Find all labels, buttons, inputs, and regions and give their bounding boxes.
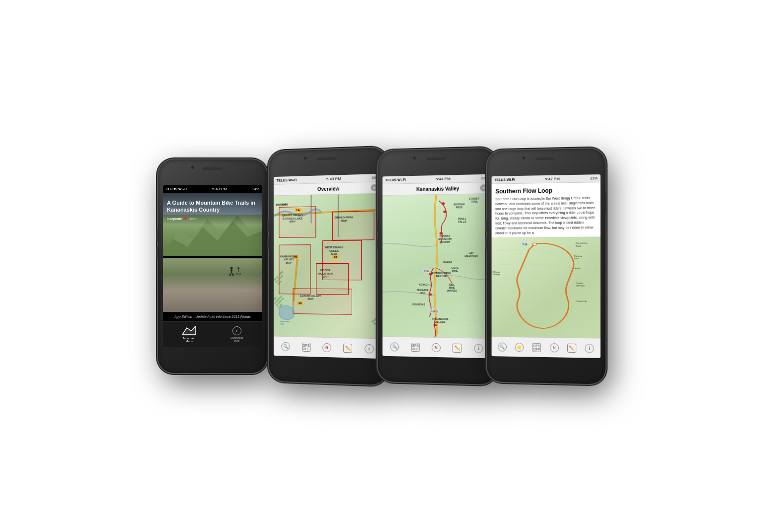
search-icon-4: 🔍 [498, 342, 507, 351]
phone-camera [191, 165, 195, 169]
map-label-sibald: SIBALD AREAMAP [334, 216, 353, 223]
map-label-elbow: ELBOW VALLEYMAP [300, 294, 321, 301]
vol-down-button[interactable] [156, 246, 158, 259]
compass-icon: N [322, 343, 331, 352]
map-toolbar-3: 🔍 GPSOFF N ✏️ i [382, 336, 491, 358]
time-4: 5:47 PM [545, 176, 560, 181]
gps-btn[interactable]: GPSOFF [302, 342, 310, 351]
svg-text:Turkey: Turkey [574, 255, 583, 257]
battery-4: 21% [590, 176, 597, 180]
info-btn-3[interactable]: i [474, 343, 483, 353]
rider-figures [228, 266, 242, 276]
trail-detail-map[interactable]: Boundary Trail Turkey Trot Elbow Elbow V… [492, 236, 601, 338]
map-label-quaite: QUAITE VALLEYBARRIER LAKEMAP [282, 214, 303, 224]
info-btn-4[interactable]: i [585, 343, 594, 352]
overview-map-bg: onmore 1A 40 68 40 [274, 193, 382, 338]
nav-mountain-maps[interactable]: Mountain Maps [182, 326, 196, 343]
bottom-nav-1[interactable]: Mountain Maps i Overview Info [163, 321, 262, 347]
compass-btn[interactable]: N [322, 343, 331, 352]
svg-text:Valley: Valley [493, 274, 500, 276]
phone2-vol1[interactable] [267, 220, 269, 232]
phone3-vol2[interactable] [376, 236, 378, 249]
valley-label-nakska: NakskaMountainResort [438, 234, 452, 243]
svg-point-16 [442, 202, 445, 205]
status-bar-1: TELUS Wi-Fi 5:43 PM 24% [163, 185, 262, 193]
phone-2: TELUS Wi-Fi 5:43 PM 24% Overview × onmor… [269, 147, 387, 385]
phone4-power[interactable] [606, 193, 607, 214]
trail-map-bg: Boundary Trail Turkey Trot Elbow Elbow V… [492, 236, 601, 338]
phone4-vol1[interactable] [485, 220, 487, 232]
star-btn-4[interactable]: ⭐ [515, 342, 524, 351]
valley-map-bg: P🏕️ P🏕️⛽ SkoganPass StoneyTrail TrollFal… [382, 194, 491, 338]
phone2-vol2[interactable] [267, 237, 269, 249]
search-btn-3[interactable]: 🔍 [390, 342, 399, 351]
svg-text:Prairie: Prairie [576, 282, 584, 284]
search-icon-3: 🔍 [390, 342, 399, 351]
valley-label-kovach2: Kovach-2 [412, 303, 425, 305]
svg-point-11 [236, 273, 238, 275]
close-btn-3[interactable]: × [480, 184, 487, 191]
map-title-3: Kananaskis Valley [396, 185, 480, 192]
kananaskis-box [279, 244, 310, 294]
svg-text:Boundary: Boundary [576, 242, 588, 244]
phone-4: TELUS Wi-Fi 5:47 PM 21% Southern Flow Lo… [487, 148, 606, 384]
phone4-vol2[interactable] [485, 236, 487, 249]
valley-label-skogan: SkoganPass [454, 203, 464, 209]
edit-btn[interactable]: ✏️ [343, 343, 352, 353]
map-title-2: Overview [287, 185, 371, 192]
cover-image: A Guide to Mountain Bike Trails in Kanan… [163, 193, 262, 312]
map-label-kananaskis: KANANASKISVALLEYMAP [280, 254, 298, 264]
vol-up-button[interactable] [156, 229, 158, 241]
sibald-box [332, 211, 374, 240]
phone3-vol1[interactable] [376, 220, 378, 232]
compass-btn-3[interactable]: N [432, 343, 441, 352]
search-btn[interactable]: 🔍 [281, 342, 290, 351]
map-label-moose: MOOSEMOUNTAINMAP [318, 269, 333, 279]
svg-text:Elbow: Elbow [573, 268, 581, 270]
parking-trail: P🏕️ [522, 242, 528, 246]
search-icon: 🔍 [281, 342, 290, 351]
trail-map-svg: Boundary Trail Turkey Trot Elbow Elbow V… [492, 236, 601, 338]
valley-label-terrace: TerraceLink [417, 289, 429, 295]
info-circle-icon: i [365, 344, 374, 353]
gps-btn-3[interactable]: GPSOFF [411, 342, 420, 351]
pencil-icon-4: ✏️ [567, 343, 576, 352]
svg-point-9 [237, 267, 239, 269]
compass-icon-4: N [550, 343, 559, 352]
carrier-2: TELUS Wi-Fi [277, 178, 297, 182]
svg-point-12 [239, 273, 241, 275]
pencil-icon-3: ✏️ [453, 343, 461, 352]
map-nav-bar-3: Kananaskis Valley × [382, 182, 491, 195]
map-container-2[interactable]: onmore 1A 40 68 40 [274, 193, 382, 338]
trail-title: Southern Flow Loop [495, 186, 596, 195]
svg-marker-14 [182, 326, 196, 335]
gps-btn-4[interactable]: GPSOFF [532, 343, 541, 352]
gps-icon-4: GPSOFF [532, 343, 541, 352]
search-btn-4[interactable]: 🔍 [498, 342, 507, 351]
phone2-speaker [317, 157, 337, 160]
parking-2: P🏕️⛽ [430, 308, 439, 312]
cover-logo: bikepirate ✱ .com [167, 216, 258, 221]
close-btn-2[interactable]: × [371, 184, 378, 191]
cover-title: A Guide to Mountain Bike Trails in Kanan… [167, 199, 258, 214]
map-container-3[interactable]: P🏕️ P🏕️⛽ SkoganPass StoneyTrail TrollFal… [382, 194, 491, 338]
phone4-camera [522, 155, 526, 159]
svg-text:Dragstrip: Dragstrip [576, 300, 587, 302]
carrier-3: TELUS Wi-Fi [385, 178, 406, 182]
compass-btn-4[interactable]: N [550, 343, 559, 352]
valley-label-hay: HayMeadows [464, 251, 478, 257]
phone4-speaker [535, 157, 555, 160]
edit-btn-3[interactable]: ✏️ [453, 343, 461, 352]
phone-speaker [203, 167, 223, 170]
phone2-screen: TELUS Wi-Fi 5:43 PM 24% Overview × onmor… [274, 173, 382, 358]
logo-suffix: .com [189, 217, 196, 221]
trail-description: Southern Flow Loop is located in the Wes… [495, 195, 596, 235]
phone1-screen: TELUS Wi-Fi 5:43 PM 24% [163, 185, 262, 347]
phones-container: TELUS Wi-Fi 5:43 PM 24% [148, 140, 615, 393]
phone3-speaker [426, 157, 446, 160]
trail-detail-content: Southern Flow Loop Southern Flow Loop is… [492, 182, 601, 338]
edit-btn-4[interactable]: ✏️ [567, 343, 576, 352]
info-btn-toolbar[interactable]: i [365, 344, 374, 353]
valley-label-ribbon: Ribbon CreekDay Use [432, 271, 451, 277]
nav-overview-info[interactable]: i Overview Info [230, 326, 243, 342]
